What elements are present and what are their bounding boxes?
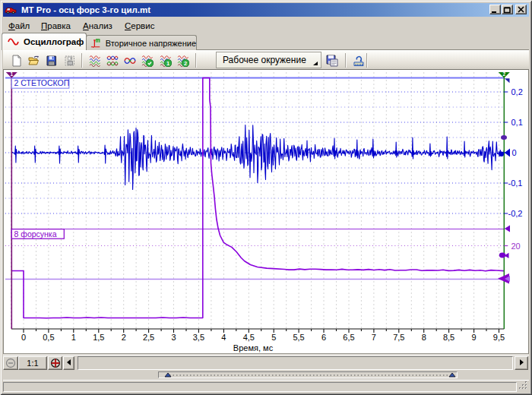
svg-text:9,5: 9,5 [493, 333, 505, 342]
svg-text:7,5: 7,5 [393, 333, 404, 342]
svg-text:5,5: 5,5 [293, 333, 304, 342]
svg-text:-0,1: -0,1 [508, 179, 523, 188]
svg-text:0,2: 0,2 [511, 87, 523, 96]
svg-text:2: 2 [184, 60, 187, 67]
svg-text:0,5: 0,5 [43, 333, 54, 342]
svg-text:1,5: 1,5 [93, 333, 104, 342]
svg-text:1: 1 [10, 71, 13, 77]
svg-text:6: 6 [321, 333, 326, 342]
svg-text:2,5: 2,5 [143, 333, 154, 342]
svg-text:0: 0 [21, 333, 26, 342]
svg-text:0,1: 0,1 [511, 118, 523, 127]
svg-text:7: 7 [372, 333, 376, 342]
svg-text:9: 9 [472, 333, 477, 342]
svg-text:2: 2 [122, 333, 126, 342]
svg-text:8: 8 [422, 333, 426, 342]
svg-text:6,5: 6,5 [343, 333, 354, 342]
svg-text:2: 2 [502, 71, 505, 77]
svg-text:Время, мс: Время, мс [233, 343, 274, 352]
svg-text:3: 3 [171, 333, 176, 342]
svg-text:8 форсунка: 8 форсунка [14, 229, 57, 239]
svg-text:5: 5 [271, 333, 276, 342]
svg-text:2 СТЕТОСКОП: 2 СТЕТОСКОП [14, 78, 70, 87]
svg-text:3,5: 3,5 [193, 333, 204, 342]
svg-text:4,5: 4,5 [243, 333, 255, 342]
svg-text:20: 20 [511, 242, 521, 251]
svg-text:8,5: 8,5 [443, 333, 454, 342]
svg-text:0: 0 [512, 148, 517, 157]
svg-text:4: 4 [221, 333, 226, 342]
svg-text:-0,2: -0,2 [508, 209, 523, 218]
svg-text:1: 1 [71, 333, 76, 342]
svg-text:1: 1 [166, 60, 169, 67]
